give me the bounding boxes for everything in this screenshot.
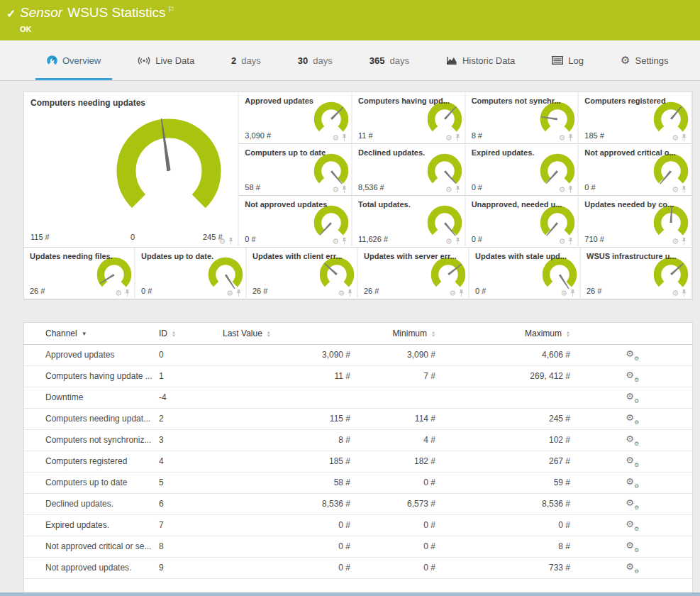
pin-icon[interactable] (341, 133, 348, 142)
pin-icon[interactable] (567, 237, 574, 245)
tile-actions: ⚙ (338, 289, 353, 297)
channel-maximum-cell: 59 # (443, 472, 577, 493)
gauge (652, 152, 690, 190)
channel-gear-icon[interactable]: ⚙ (672, 134, 679, 142)
column-header-maximum[interactable]: Maximum▲▼ (443, 323, 577, 344)
gauge (652, 255, 690, 294)
pin-icon[interactable] (124, 289, 130, 297)
channel-name-cell[interactable]: Downtime (24, 387, 152, 408)
channel-name-cell[interactable]: Not approved updates. (24, 557, 152, 578)
channel-gear-icon[interactable]: ⚙ (672, 186, 679, 194)
pin-icon[interactable] (341, 185, 348, 194)
tile-actions: ⚙ (226, 289, 242, 297)
pin-icon[interactable] (458, 289, 465, 297)
channel-gear-icon[interactable]: ⚙ (332, 186, 339, 194)
channel-name-cell[interactable]: Computers needing updat... (24, 408, 152, 429)
pin-icon[interactable] (681, 133, 687, 142)
table-row: Downtime -4 ⚙⚙ (24, 387, 692, 408)
pin-icon[interactable] (341, 237, 348, 245)
gauge-label: Total updates. (358, 200, 463, 209)
big-gauge-label: Computers needing updates (30, 98, 145, 108)
gauge-tile: WSUS infrastructure u... 26 # ⚙ (581, 248, 692, 299)
gauge-tile: Updates with stale upd... 0 # ⚙ (470, 248, 581, 299)
tab-2-days[interactable]: 2 days (220, 40, 272, 80)
gauge-label: Updates with server err... (364, 252, 467, 260)
channel-gear-icon[interactable]: ⚙ (115, 289, 122, 297)
gauge-value: 185 # (584, 131, 604, 140)
channel-name-cell[interactable]: Computers having update ... (24, 365, 152, 387)
pin-icon[interactable] (567, 133, 574, 142)
gauge-tile: Not approved critical o... 0 # ⚙ (579, 144, 692, 196)
channel-name-cell[interactable]: Expired updates. (24, 514, 152, 536)
gauge-dashboard-panel: Computers needing updates 115 # 0 245 # … (23, 92, 693, 300)
channel-name-cell[interactable]: Declined updates. (24, 493, 152, 514)
tile-actions: ⚙ (332, 185, 348, 194)
gauge-value: 710 # (584, 235, 604, 243)
channel-name-cell[interactable]: Computers up to date (24, 472, 152, 493)
column-header-minimum[interactable]: Minimum▲▼ (357, 323, 443, 344)
channel-name-cell[interactable]: Computers registered (24, 451, 152, 472)
channel-gear-icon[interactable]: ⚙ (672, 289, 679, 297)
gauge-arc (538, 152, 577, 190)
gauge-value: 0 # (584, 183, 595, 192)
channel-gear-icon[interactable]: ⚙ (558, 186, 565, 194)
column-header-id[interactable]: ID▲▼ (152, 323, 216, 344)
channel-gear-icon[interactable]: ⚙ (332, 238, 339, 245)
pin-icon[interactable] (347, 289, 353, 297)
channel-table-body: Approved updates 0 3,090 # 3,090 # 4,606… (24, 344, 692, 578)
gauge-tile: Approved updates 3,090 # ⚙ (239, 92, 352, 144)
bottom-edge-strip (0, 592, 700, 596)
tile-actions: ⚙ (332, 237, 348, 245)
pin-icon[interactable] (235, 289, 242, 297)
channel-gear-icon[interactable]: ⚙ (449, 289, 456, 297)
channel-name-cell[interactable]: Computers not synchroniz... (24, 429, 152, 451)
channel-gear-icon[interactable]: ⚙ (338, 289, 345, 297)
channel-gear-icon[interactable]: ⚙ (445, 238, 452, 245)
channel-gear-icon[interactable]: ⚙ (332, 134, 339, 142)
channel-gear-icon[interactable]: ⚙ (226, 289, 233, 297)
gauge-value: 0 # (475, 287, 486, 295)
pin-icon[interactable] (455, 133, 461, 142)
tab-365-days[interactable]: 365 days (358, 40, 421, 80)
channel-maximum-cell: 733 # (443, 557, 577, 578)
channel-gear-icon[interactable]: ⚙ (445, 186, 452, 194)
tile-actions: ⚙ (445, 133, 461, 142)
tab-live-data[interactable]: Live Data (126, 40, 206, 80)
channel-gear-icon[interactable]: ⚙ (218, 238, 226, 245)
pin-icon[interactable] (455, 185, 461, 194)
channel-name-cell[interactable]: Approved updates (24, 344, 152, 365)
channel-gear-icon[interactable]: ⚙ (672, 238, 679, 245)
gauge-label: Updates needed by co... (584, 200, 689, 209)
flag-icon[interactable]: ⚐ (168, 5, 175, 13)
tab-overview[interactable]: Overview (35, 40, 112, 80)
tile-actions: ⚙ (560, 289, 576, 297)
channel-gear-icon[interactable]: ⚙ (560, 289, 567, 297)
pin-icon[interactable] (455, 237, 461, 245)
pin-icon[interactable] (228, 237, 234, 245)
table-row: Not approved critical or se... 8 0 # 0 #… (24, 536, 692, 557)
gauge-tile: Total updates. 11,626 # ⚙ (352, 196, 466, 248)
pin-icon[interactable] (681, 289, 687, 297)
column-header-last-value[interactable]: Last Value▲▼ (216, 323, 357, 344)
channel-name-cell[interactable]: Not approved critical or se... (24, 536, 152, 557)
sensor-title-line: SensorWSUS Statistics⚐ (20, 5, 174, 21)
tab-log[interactable]: Log (540, 40, 595, 80)
tab-2-days-number: 2 (231, 55, 236, 66)
tab-30-days[interactable]: 30 days (287, 40, 344, 80)
pin-icon[interactable] (681, 237, 687, 245)
gauge-label: WSUS infrastructure u... (587, 252, 689, 260)
tab-30-days-unit: days (313, 55, 332, 66)
channel-gear-icon[interactable]: ⚙ (558, 238, 565, 245)
pin-icon[interactable] (567, 185, 574, 194)
column-header-channel[interactable]: Channel▼ (24, 323, 152, 344)
tab-historic-data[interactable]: Historic Data (435, 40, 526, 80)
pin-icon[interactable] (681, 185, 687, 194)
tile-actions: ⚙ (445, 237, 461, 245)
channel-gear-icon[interactable]: ⚙ (558, 134, 565, 142)
channel-minimum-cell: 3,090 # (357, 344, 443, 365)
channel-id-cell: 9 (152, 557, 216, 578)
tab-settings[interactable]: ⚙ Settings (609, 40, 679, 80)
channel-gear-icon[interactable]: ⚙ (445, 134, 452, 142)
pin-icon[interactable] (570, 289, 576, 297)
gauge (312, 152, 350, 190)
